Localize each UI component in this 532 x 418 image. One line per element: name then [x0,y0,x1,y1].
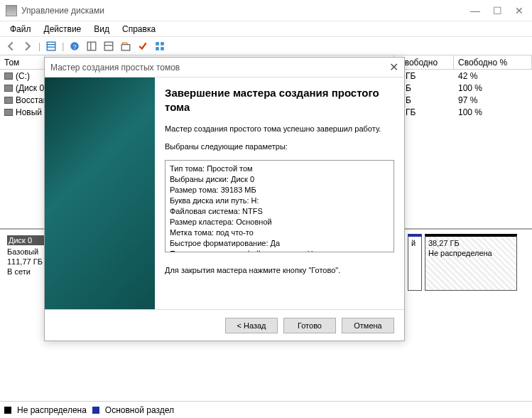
view2-icon[interactable] [101,38,116,54]
menu-help[interactable]: Справка [116,23,161,36]
param-line: Применение сжатия файлов и папок: Нет [170,249,389,252]
wizard-dialog: Мастер создания простых томов ✕ Завершен… [44,57,405,341]
props-icon[interactable] [118,38,134,54]
legend-unallocated: Не распределена [17,405,87,415]
dialog-close-icon[interactable]: ✕ [389,60,398,74]
list-icon[interactable] [43,38,59,54]
svg-rect-12 [156,47,159,50]
back-icon[interactable] [3,38,18,54]
param-line: Тип тома: Простой том [170,164,389,174]
toolbar: | | ? [0,37,532,55]
legend-swatch-unallocated [4,407,11,414]
param-line: Файловая система: NTFS [170,206,389,217]
dialog-footer-text: Для закрытия мастера нажмите кнопку "Гот… [165,265,394,276]
grid-icon[interactable] [152,38,168,54]
back-button[interactable]: < Назад [225,318,278,333]
legend-primary: Основной раздел [105,405,174,415]
svg-rect-11 [161,42,164,45]
param-line: Выбраны диски: Диск 0 [170,174,389,185]
unalloc-label: Не распределена [428,248,514,258]
svg-rect-9 [121,44,130,50]
column-free-pct[interactable]: Свободно % [454,55,532,69]
app-icon [6,5,17,16]
svg-rect-13 [161,47,164,50]
svg-rect-7 [104,42,113,50]
close-button[interactable]: ✕ [515,5,523,16]
partition-unallocated[interactable]: 38,27 ГБ Не распределена [425,234,517,291]
window-title: Управление дисками [21,6,470,16]
volume-icon [4,97,13,104]
dialog-sidebar-image [45,77,155,309]
legend: Не распределена Основной раздел [0,401,532,418]
legend-swatch-primary [92,407,99,414]
check-icon[interactable] [135,38,151,54]
svg-text:?: ? [73,43,77,50]
column-volume[interactable]: Том [0,55,45,69]
dialog-titlebar: Мастер создания простых томов ✕ [45,58,404,77]
volume-icon [4,85,13,92]
dialog-parameters[interactable]: Тип тома: Простой томВыбраны диски: Диск… [165,160,394,252]
param-line: Размер кластера: Основной [170,217,389,227]
dialog-title: Мастер создания простых томов [50,63,180,73]
svg-rect-5 [87,42,96,50]
param-line: Буква диска или путь: H: [170,195,389,206]
titlebar: Управление дисками — ☐ ✕ [0,0,532,21]
dialog-success-text: Мастер создания простого тома успешно за… [165,124,394,134]
menubar: Файл Действие Вид Справка [0,21,532,37]
cancel-button[interactable]: Отмена [342,318,394,333]
maximize-button[interactable]: ☐ [493,5,502,16]
svg-rect-0 [47,42,55,50]
view1-icon[interactable] [84,38,99,54]
param-line: Метка тома: под что-то [170,227,389,238]
finish-button[interactable]: Готово [283,318,336,333]
menu-action[interactable]: Действие [38,23,87,36]
help-icon[interactable]: ? [67,38,82,54]
forward-icon[interactable] [20,38,36,54]
param-line: Размер тома: 39183 МБ [170,185,389,195]
dialog-heading: Завершение мастера создания простого том… [165,86,394,114]
volume-icon [4,109,13,116]
menu-file[interactable]: Файл [4,23,37,36]
svg-rect-10 [156,42,159,45]
unalloc-size: 38,27 ГБ [428,238,514,248]
dialog-params-label: Выбраны следующие параметры: [165,141,394,152]
partition-primary[interactable]: й [408,234,422,291]
menu-view[interactable]: Вид [88,23,115,36]
param-line: Быстрое форматирование: Да [170,238,389,249]
volume-icon [4,73,13,80]
minimize-button[interactable]: — [470,5,480,16]
